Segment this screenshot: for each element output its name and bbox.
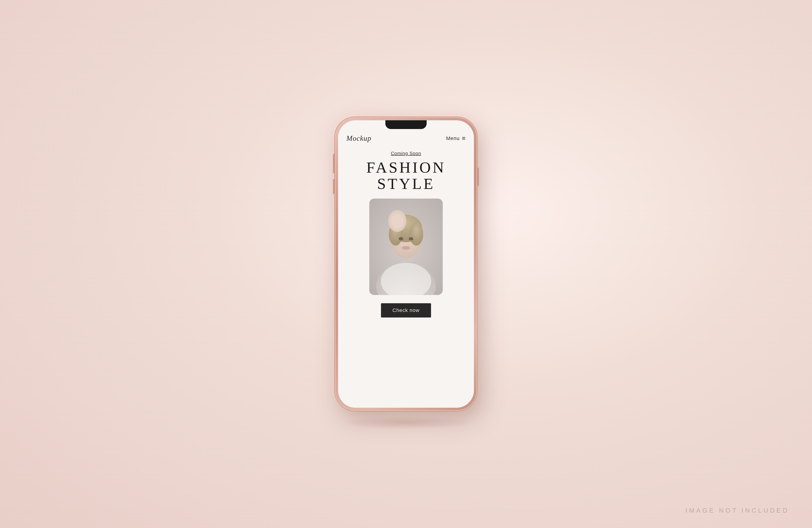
svg-point-6 — [409, 223, 423, 246]
nav-menu[interactable]: Menu ≡ — [446, 135, 466, 142]
hero-title-line1: FASHION — [366, 159, 446, 176]
screen-content: Mockup Menu ≡ Coming Soon FASHION STYLE — [338, 129, 474, 408]
hero-section: Coming Soon FASHION STYLE — [338, 146, 474, 408]
model-image-svg — [369, 199, 443, 295]
phone-wrapper: Mockup Menu ≡ Coming Soon FASHION STYLE — [335, 117, 477, 411]
svg-point-9 — [402, 246, 410, 250]
phone-shadow — [339, 415, 473, 429]
phone-device: Mockup Menu ≡ Coming Soon FASHION STYLE — [335, 117, 477, 411]
nav-bar: Mockup Menu ≡ — [338, 129, 474, 146]
coming-soon-label: Coming Soon — [391, 151, 421, 156]
nav-menu-label: Menu — [446, 135, 460, 141]
model-image — [369, 199, 443, 295]
nav-logo: Mockup — [346, 134, 371, 143]
volume-up-button[interactable] — [333, 158, 335, 173]
svg-point-7 — [398, 237, 403, 240]
svg-point-8 — [409, 237, 414, 240]
hero-title-line2: STYLE — [377, 175, 435, 192]
phone-notch — [385, 120, 427, 129]
hero-title: FASHION STYLE — [366, 159, 446, 192]
check-now-button[interactable]: Check now — [381, 303, 431, 317]
volume-down-button[interactable] — [333, 179, 335, 194]
watermark-text: IMAGE NOT INCLUDED — [685, 507, 789, 514]
power-button[interactable] — [477, 168, 479, 186]
phone-screen: Mockup Menu ≡ Coming Soon FASHION STYLE — [338, 120, 474, 408]
svg-point-5 — [389, 223, 403, 246]
hamburger-icon: ≡ — [462, 135, 466, 142]
